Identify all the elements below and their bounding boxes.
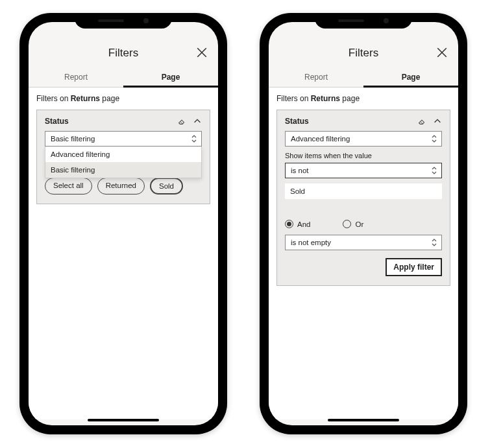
updown-caret-icon xyxy=(431,238,437,247)
eraser-icon[interactable] xyxy=(417,117,426,126)
home-indicator[interactable] xyxy=(88,419,159,421)
chip-returned[interactable]: Returned xyxy=(97,178,145,195)
filter-type-select-wrap: Advanced filtering xyxy=(285,131,442,147)
header: Filters xyxy=(29,22,218,66)
filter-card-status: Status Basic filtering xyxy=(36,110,210,204)
condition1-select[interactable]: is not xyxy=(285,163,442,178)
notch xyxy=(75,13,172,29)
radio-and[interactable]: And xyxy=(285,220,310,228)
apply-row: Apply filter xyxy=(285,258,442,276)
filter-type-select[interactable]: Basic filtering xyxy=(45,131,202,147)
select-value: is not xyxy=(291,167,309,174)
filter-type-select-wrap: Basic filtering Advanced filtering Basic… xyxy=(45,131,202,147)
radio-dot-icon xyxy=(285,220,293,228)
filter-type-select[interactable]: Advanced filtering xyxy=(285,131,442,147)
filters-on-label: Filters on Returns page xyxy=(36,94,210,103)
updown-caret-icon xyxy=(191,134,197,143)
value1-input[interactable] xyxy=(285,183,442,199)
tab-report[interactable]: Report xyxy=(269,66,363,87)
card-header: Status xyxy=(45,117,202,126)
chevron-up-icon[interactable] xyxy=(193,117,202,126)
radio-or[interactable]: Or xyxy=(343,220,363,228)
condition2-select[interactable]: is not empty xyxy=(285,235,442,250)
close-icon[interactable] xyxy=(436,47,448,58)
condition1-select-wrap: is not xyxy=(285,163,442,178)
filter-chips: Select all Returned Sold xyxy=(45,178,202,195)
close-icon[interactable] xyxy=(196,47,208,58)
filters-on-label: Filters on Returns page xyxy=(276,94,450,103)
card-header: Status xyxy=(285,117,442,126)
select-value: Basic filtering xyxy=(51,135,95,143)
content-right: Filters on Returns page Status Advanced … xyxy=(269,88,458,419)
tabs: Report Page xyxy=(29,66,218,88)
select-value: Advanced filtering xyxy=(291,135,350,143)
tabs: Report Page xyxy=(269,66,458,88)
screen-right: Filters Report Page Filters on Returns p… xyxy=(269,22,458,425)
tab-page[interactable]: Page xyxy=(123,66,218,87)
tab-report[interactable]: Report xyxy=(29,66,123,87)
updown-caret-icon xyxy=(431,166,437,175)
dropdown-item-basic[interactable]: Basic filtering xyxy=(45,162,201,178)
chip-select-all[interactable]: Select all xyxy=(45,178,92,195)
show-items-label: Show items when the value xyxy=(285,152,442,159)
apply-filter-button[interactable]: Apply filter xyxy=(386,258,442,276)
notch xyxy=(315,13,412,29)
content-left: Filters on Returns page Status Basic fil… xyxy=(29,88,218,419)
home-indicator[interactable] xyxy=(328,419,399,421)
card-title: Status xyxy=(45,117,171,126)
dropdown-item-advanced[interactable]: Advanced filtering xyxy=(45,147,201,162)
filter-type-dropdown: Advanced filtering Basic filtering xyxy=(45,147,202,178)
radio-dot-icon xyxy=(343,220,351,228)
phone-right: Filters Report Page Filters on Returns p… xyxy=(260,13,467,434)
header-title: Filters xyxy=(349,47,378,60)
eraser-icon[interactable] xyxy=(177,117,186,126)
header: Filters xyxy=(269,22,458,66)
logic-radio-group: And Or xyxy=(285,213,442,228)
phone-left: Filters Report Page Filters on Returns p… xyxy=(19,13,227,434)
radio-label: Or xyxy=(355,220,363,228)
tab-page[interactable]: Page xyxy=(363,66,458,87)
select-value: is not empty xyxy=(291,239,331,246)
filter-card-status: Status Advanced filtering xyxy=(276,110,450,286)
updown-caret-icon xyxy=(431,134,437,143)
condition2-select-wrap: is not empty xyxy=(285,235,442,250)
card-title: Status xyxy=(285,117,411,126)
chip-sold[interactable]: Sold xyxy=(150,178,183,195)
chevron-up-icon[interactable] xyxy=(433,117,442,126)
header-title: Filters xyxy=(108,47,138,60)
radio-label: And xyxy=(297,220,310,228)
screen-left: Filters Report Page Filters on Returns p… xyxy=(29,22,218,425)
